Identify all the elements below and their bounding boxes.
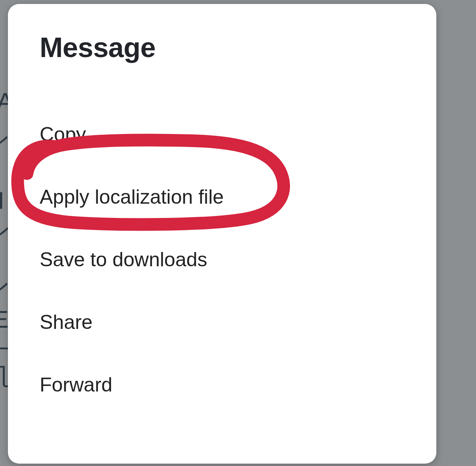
menu-item-save-to-downloads[interactable]: Save to downloads — [40, 228, 405, 291]
bg-text-fragment: E — [0, 305, 8, 333]
bg-text-fragment: I — [0, 186, 4, 214]
dialog-title: Message — [40, 32, 405, 63]
message-context-menu: Message Copy Apply localization file Sav… — [8, 4, 436, 464]
menu-list: Copy Apply localization file Save to dow… — [40, 103, 405, 416]
menu-item-share[interactable]: Share — [40, 291, 405, 353]
menu-item-copy[interactable]: Copy — [40, 103, 405, 166]
menu-item-forward[interactable]: Forward — [40, 353, 405, 416]
menu-item-apply-localization-file[interactable]: Apply localization file — [40, 166, 405, 228]
